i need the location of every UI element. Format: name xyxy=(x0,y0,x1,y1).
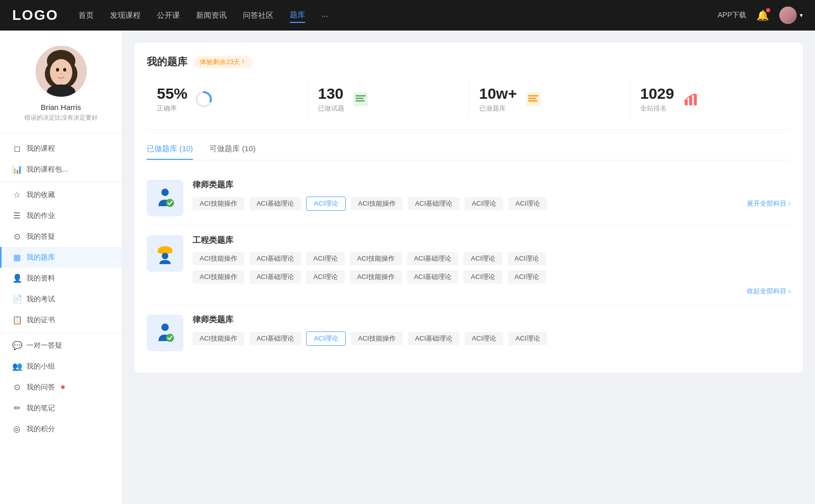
tags-row-engineer1-row2: ACI技能操作 ACI基础理论 ACI理论 ACI技能操作 ACI基础理论 AC… xyxy=(193,270,791,284)
trial-badge: 体验剩余23天！ xyxy=(194,56,253,68)
tag-active[interactable]: ACI理论 xyxy=(306,197,346,211)
stat-accuracy: 55% 正确率 xyxy=(147,81,308,117)
sidebar-item-my-exam[interactable]: 📄 我的考试 xyxy=(0,289,122,310)
tag[interactable]: ACI技能操作 xyxy=(193,332,244,345)
tag-active[interactable]: ACI理论 xyxy=(306,331,346,346)
sidebar-item-my-cert[interactable]: 📋 我的证书 xyxy=(0,310,122,330)
tag[interactable]: ACI理论 xyxy=(508,197,547,210)
stat-banks-label: 已做题库 xyxy=(479,104,517,113)
tag[interactable]: ACI理论 xyxy=(306,270,345,284)
stat-ranking-text: 1029 全站排名 xyxy=(640,85,674,113)
nav-home[interactable]: 首页 xyxy=(78,9,94,22)
tag[interactable]: ACI理论 xyxy=(465,332,503,345)
app-download-link[interactable]: APP下载 xyxy=(718,11,746,20)
expand-link-lawyer1[interactable]: 展开全部科目 › xyxy=(747,199,791,208)
tag[interactable]: ACI基础理论 xyxy=(250,197,302,210)
svg-point-11 xyxy=(200,96,207,103)
sidebar-item-my-courses[interactable]: ◻ 我的课程 xyxy=(0,138,122,159)
svg-rect-19 xyxy=(528,100,537,102)
stat-questions-done: 130 已做试题 xyxy=(308,81,469,117)
tab-done-banks[interactable]: 已做题库 (10) xyxy=(147,144,193,160)
nav-qbank[interactable]: 题库 xyxy=(290,8,305,23)
tags-row-lawyer1: ACI技能操作 ACI基础理论 ACI理论 ACI技能操作 ACI基础理论 AC… xyxy=(193,197,791,211)
sidebar-item-my-qa[interactable]: ⊙ 我的答疑 xyxy=(0,226,122,247)
questions-list-icon xyxy=(351,90,370,108)
tab-available-banks[interactable]: 可做题库 (10) xyxy=(209,144,256,160)
page-header: 我的题库 体验剩余23天！ xyxy=(147,55,791,69)
sidebar-item-label: 我的答疑 xyxy=(26,232,55,241)
qbank-name-lawyer2: 律师类题库 xyxy=(193,315,791,325)
nav-qa[interactable]: 问答社区 xyxy=(243,9,274,22)
tag[interactable]: ACI基础理论 xyxy=(407,270,459,284)
tag[interactable]: ACI技能操作 xyxy=(193,197,244,210)
tag[interactable]: ACI技能操作 xyxy=(351,197,403,210)
questions-red-dot xyxy=(61,385,65,389)
svg-point-3 xyxy=(50,59,72,86)
tag[interactable]: ACI基础理论 xyxy=(250,332,302,345)
page-title: 我的题库 xyxy=(147,55,187,69)
tag[interactable]: ACI理论 xyxy=(464,252,502,265)
sidebar-item-label: 我的考试 xyxy=(26,295,55,304)
tag[interactable]: ACI技能操作 xyxy=(350,270,402,284)
tag[interactable]: ACI技能操作 xyxy=(350,252,402,265)
tag[interactable]: ACI理论 xyxy=(306,252,345,265)
sidebar-item-my-points[interactable]: ◎ 我的积分 xyxy=(0,418,122,439)
nav-discover[interactable]: 发现课程 xyxy=(110,9,141,22)
collapse-link-engineer1[interactable]: 收起全部科目 › xyxy=(747,287,791,296)
tag[interactable]: ACI理论 xyxy=(465,197,503,210)
tag[interactable]: ACI理论 xyxy=(507,270,546,284)
tag[interactable]: ACI基础理论 xyxy=(408,197,460,210)
user-menu[interactable]: ▾ xyxy=(779,7,803,24)
tag[interactable]: ACI理论 xyxy=(464,270,502,284)
sidebar-item-my-favorites[interactable]: ☆ 我的收藏 xyxy=(0,184,122,205)
sidebar-item-one-on-one[interactable]: 💬 一对一答疑 xyxy=(0,335,122,356)
sidebar-item-my-homework[interactable]: ☰ 我的作业 xyxy=(0,205,122,226)
divider xyxy=(0,182,122,182)
stat-accuracy-label: 正确率 xyxy=(157,104,187,113)
stat-ranking: 1029 全站排名 xyxy=(630,81,791,117)
qbank-content-lawyer2: 律师类题库 ACI技能操作 ACI基础理论 ACI理论 ACI技能操作 ACI基… xyxy=(193,315,791,346)
sidebar-item-my-notes[interactable]: ✏ 我的笔记 xyxy=(0,398,122,418)
notification-bell[interactable]: 🔔 xyxy=(756,9,769,21)
sidebar-item-my-package[interactable]: 📊 我的课程包... xyxy=(0,159,122,180)
stats-row: 55% 正确率 130 已做试题 xyxy=(147,81,791,130)
main-card: 我的题库 体验剩余23天！ 55% 正确率 xyxy=(134,43,803,373)
engineer-bank-icon xyxy=(147,235,183,272)
avatar xyxy=(36,46,87,97)
tag[interactable]: ACI理论 xyxy=(508,332,547,345)
svg-point-24 xyxy=(166,199,174,207)
svg-point-23 xyxy=(161,189,169,196)
avatar-image xyxy=(779,7,797,24)
tag[interactable]: ACI基础理论 xyxy=(250,270,302,284)
stat-accuracy-value: 55% xyxy=(157,85,187,102)
sidebar-item-my-profile[interactable]: 👤 我的资料 xyxy=(0,268,122,289)
qbank-content-lawyer1: 律师类题库 ACI技能操作 ACI基础理论 ACI理论 ACI技能操作 ACI基… xyxy=(193,180,791,211)
sidebar-item-my-qbank[interactable]: ▦ 我的题库 xyxy=(0,247,122,268)
nav-open-class[interactable]: 公开课 xyxy=(157,9,180,22)
tag[interactable]: ACI理论 xyxy=(507,252,546,265)
sidebar-item-my-group[interactable]: 👥 我的小组 xyxy=(0,356,122,377)
tag[interactable]: ACI技能操作 xyxy=(193,270,244,284)
collapse-footer-engineer1: 收起全部科目 › xyxy=(193,287,791,296)
nav-more[interactable]: ··· xyxy=(321,9,328,22)
tag[interactable]: ACI基础理论 xyxy=(250,252,302,265)
sidebar-item-my-questions[interactable]: ⊙ 我的问答 xyxy=(0,377,122,398)
tag[interactable]: ACI技能操作 xyxy=(351,332,403,345)
svg-point-30 xyxy=(166,334,174,342)
group-icon: 👥 xyxy=(12,361,21,371)
profile-motto: 错误的决定比没有决定要好 xyxy=(14,114,108,122)
lawyer-bank-icon-2 xyxy=(147,315,183,351)
svg-rect-13 xyxy=(356,95,366,97)
tag[interactable]: ACI基础理论 xyxy=(408,332,460,345)
tag[interactable]: ACI技能操作 xyxy=(193,252,244,265)
nav-news[interactable]: 新闻资讯 xyxy=(196,9,227,22)
tag[interactable]: ACI基础理论 xyxy=(407,252,459,265)
svg-point-29 xyxy=(161,324,169,331)
profile-name: Brian Harris xyxy=(41,103,81,111)
qbank-item-lawyer1: 律师类题库 ACI技能操作 ACI基础理论 ACI理论 ACI技能操作 ACI基… xyxy=(147,171,791,226)
tags-row-engineer1-row1: ACI技能操作 ACI基础理论 ACI理论 ACI技能操作 ACI基础理论 AC… xyxy=(193,252,791,265)
svg-rect-16 xyxy=(526,92,540,106)
qbank-name-engineer1: 工程类题库 xyxy=(193,235,791,246)
sidebar-item-label: 我的作业 xyxy=(26,211,55,220)
stat-banks-done: 10w+ 已做题库 xyxy=(469,81,630,117)
